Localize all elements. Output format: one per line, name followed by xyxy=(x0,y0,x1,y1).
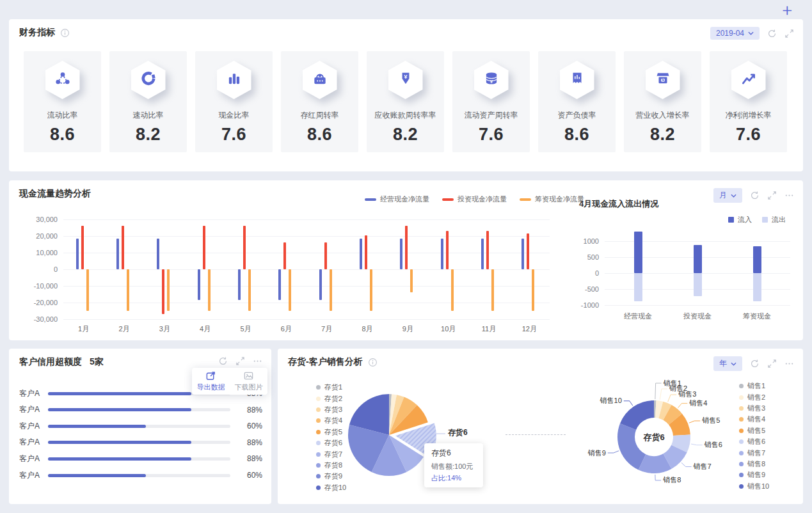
trend-bar[interactable] xyxy=(521,239,524,269)
refresh-icon[interactable] xyxy=(218,356,228,366)
trend-bar[interactable] xyxy=(203,226,205,269)
more-icon[interactable] xyxy=(784,191,794,200)
legend-item[interactable]: 销售1 xyxy=(739,381,769,391)
legend-item[interactable]: 销售2 xyxy=(739,391,769,402)
trend-bar[interactable] xyxy=(127,269,129,311)
legend-item[interactable]: 销售10 xyxy=(739,481,769,492)
trend-bar[interactable] xyxy=(319,269,322,300)
trend-bar[interactable] xyxy=(116,239,119,269)
credit-bar-track[interactable] xyxy=(48,408,230,411)
legend-dot xyxy=(739,473,744,477)
trend-bar[interactable] xyxy=(441,239,443,269)
legend-item[interactable]: 存货10 xyxy=(316,482,346,493)
donut-center-label: 存货6 xyxy=(635,432,673,443)
trend-bar[interactable] xyxy=(278,269,281,300)
trend-bar[interactable] xyxy=(81,226,84,269)
donut-slice-label: 销售9 xyxy=(587,449,606,457)
refresh-icon[interactable] xyxy=(750,359,760,368)
expand-icon[interactable] xyxy=(767,191,777,200)
legend-item[interactable]: 销售4 xyxy=(739,414,769,425)
export-data-menu-item[interactable]: 导出数据 xyxy=(192,368,230,395)
donut-label-leader xyxy=(668,395,676,402)
inflow-bar[interactable] xyxy=(694,273,702,296)
trend-bar[interactable] xyxy=(370,269,372,311)
credit-bar-track[interactable] xyxy=(48,474,230,477)
credit-bar-track[interactable] xyxy=(48,425,230,428)
trend-bar[interactable] xyxy=(86,269,89,311)
trend-bar[interactable] xyxy=(243,226,246,269)
period-dropdown[interactable]: 年 xyxy=(713,356,742,371)
legend-item[interactable]: 投资现金净流量 xyxy=(442,194,507,204)
legend-item[interactable]: 流出 xyxy=(762,215,786,225)
expand-icon[interactable] xyxy=(767,359,777,368)
trend-bar[interactable] xyxy=(330,269,332,311)
legend-item[interactable]: 销售3 xyxy=(739,403,769,414)
trend-bar[interactable] xyxy=(289,269,291,311)
more-icon[interactable] xyxy=(784,359,794,368)
trend-bar[interactable] xyxy=(208,269,211,311)
legend-dot xyxy=(739,439,744,444)
trend-bar[interactable] xyxy=(365,235,367,269)
legend-item[interactable]: 经营现金净流量 xyxy=(365,194,429,204)
trend-bar[interactable] xyxy=(481,239,484,269)
add-widget-button[interactable]: ＋ xyxy=(779,0,795,21)
trend-bar[interactable] xyxy=(324,242,327,269)
legend-item[interactable]: 筹资现金净流量 xyxy=(520,194,584,204)
trend-bar[interactable] xyxy=(238,269,241,300)
download-image-menu-item[interactable]: 下载图片 xyxy=(230,368,267,395)
trend-bar[interactable] xyxy=(360,239,362,269)
legend-item[interactable]: 销售5 xyxy=(739,425,769,436)
gridline xyxy=(63,319,550,320)
period-dropdown[interactable]: 2019-04 xyxy=(710,27,760,40)
trend-bar[interactable] xyxy=(410,269,413,292)
trend-bar[interactable] xyxy=(532,269,534,311)
credit-bar-track[interactable] xyxy=(48,441,230,444)
refresh-icon[interactable] xyxy=(767,29,777,38)
legend-item[interactable]: 销售6 xyxy=(739,436,769,447)
gridline xyxy=(63,219,550,220)
info-icon[interactable] xyxy=(368,358,378,367)
trend-bar[interactable] xyxy=(76,239,79,269)
more-icon[interactable] xyxy=(253,356,262,366)
trend-bar[interactable] xyxy=(157,239,159,269)
trend-bar[interactable] xyxy=(486,231,489,269)
period-dropdown[interactable]: 月 xyxy=(713,188,742,203)
inflow-bar[interactable] xyxy=(634,273,642,301)
inflow-bar[interactable] xyxy=(753,273,761,301)
refresh-icon[interactable] xyxy=(750,191,760,200)
legend-item[interactable]: 流入 xyxy=(728,215,752,225)
legend-label: 存货3 xyxy=(324,405,342,414)
dashboard-page: ＋ 财务指标 2019-04 流动比率8.6速动比率8.2现金比率7.6存红周转… xyxy=(0,0,812,513)
trend-bar[interactable] xyxy=(122,226,124,269)
legend-item[interactable]: 销售7 xyxy=(739,447,769,458)
panel-title: 现金流量趋势分析 xyxy=(19,188,91,200)
trend-bar[interactable] xyxy=(446,231,449,269)
inflow-bar[interactable] xyxy=(634,232,642,273)
trend-bar[interactable] xyxy=(248,269,251,311)
trend-bar[interactable] xyxy=(405,226,408,269)
trend-bar[interactable] xyxy=(400,239,402,269)
expand-icon[interactable] xyxy=(235,356,245,366)
trend-bar[interactable] xyxy=(167,269,170,311)
image-icon xyxy=(243,370,254,381)
credit-bar-track[interactable] xyxy=(48,457,230,461)
legend-item[interactable]: 销售9 xyxy=(739,470,769,480)
donut-slice-销售10[interactable] xyxy=(620,400,654,430)
credit-percent-value: 88% xyxy=(237,438,262,447)
trend-bar-chart[interactable]: 30,00020,00010,0000-10,000-20,000-30,000… xyxy=(63,219,550,319)
expand-icon[interactable] xyxy=(784,29,794,38)
trend-bar[interactable] xyxy=(283,242,286,269)
info-icon[interactable] xyxy=(60,28,70,38)
y-tick-label: 1000 xyxy=(584,237,599,245)
trend-bar[interactable] xyxy=(198,269,200,300)
trend-bar[interactable] xyxy=(162,269,164,314)
inflow-bar[interactable] xyxy=(753,246,761,274)
inflow-bar-chart[interactable]: 10005000-500-1000经营现金投资现金筹资现金 xyxy=(605,241,790,305)
trend-bar[interactable] xyxy=(527,233,529,269)
trend-bar[interactable] xyxy=(491,269,494,311)
metric-icon-hexagon xyxy=(217,61,251,99)
legend-item[interactable]: 销售8 xyxy=(739,459,769,470)
donut-slice-销售9[interactable] xyxy=(617,423,646,470)
trend-bar[interactable] xyxy=(451,269,454,311)
inflow-bar[interactable] xyxy=(694,245,702,273)
